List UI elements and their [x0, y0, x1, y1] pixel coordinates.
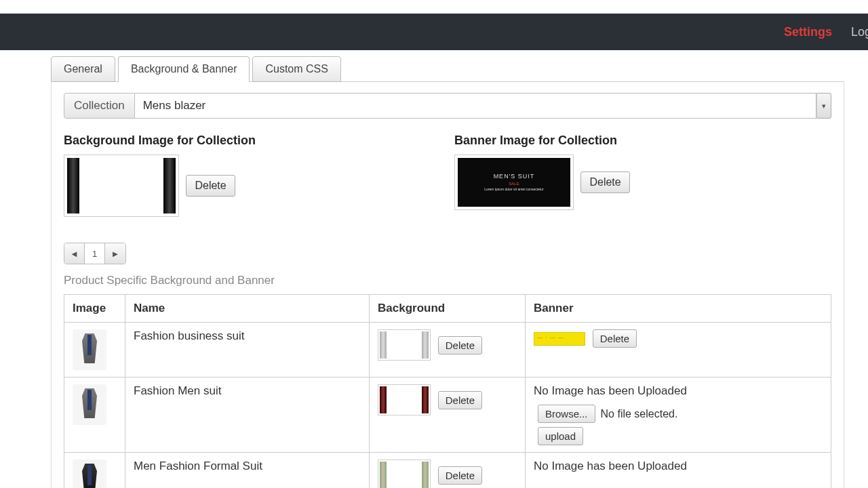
product-table: Image Name Background Banner Fashion bus…	[64, 294, 831, 488]
nav-settings-link[interactable]: Settings	[784, 25, 832, 39]
banner-preview-line3: Lorem ipsum dolor sit amet consectetur	[484, 187, 544, 192]
pager-page-number: 1	[85, 243, 105, 264]
product-image-thumb	[73, 460, 106, 488]
collection-label: Collection	[64, 93, 135, 119]
nav-logout-link[interactable]: Logout	[851, 25, 868, 39]
th-image: Image	[64, 295, 125, 323]
delete-row-bg-button[interactable]: Delete	[438, 466, 482, 485]
tab-general[interactable]: General	[51, 56, 115, 82]
chevron-down-icon[interactable]: ▾	[816, 93, 831, 119]
collection-background-thumb	[64, 155, 179, 217]
banner-preview-line2: SALE	[509, 182, 519, 186]
delete-row-bg-button[interactable]: Delete	[438, 336, 482, 354]
top-nav: Settings Logout	[0, 14, 868, 50]
table-row: Fashion Men suit Delete No Image has bee…	[64, 378, 831, 453]
pager-next-button[interactable]: ►	[105, 243, 125, 264]
collection-select[interactable]: Mens blazer	[135, 93, 816, 119]
product-name: Men Fashion Formal Suit	[125, 453, 370, 489]
th-name: Name	[125, 295, 370, 323]
browse-button[interactable]: Browse...	[538, 405, 595, 423]
row-banner-thumb	[534, 332, 585, 346]
tabs-bar: General Background & Banner Custom CSS	[51, 56, 844, 82]
no-image-text: No Image has been Uploaded	[534, 460, 823, 473]
pager-prev-button[interactable]: ◄	[64, 243, 85, 264]
tab-background-banner[interactable]: Background & Banner	[118, 56, 250, 82]
pager: ◄ 1 ►	[64, 243, 126, 264]
row-background-thumb	[378, 384, 431, 415]
product-name: Fashion business suit	[125, 323, 370, 378]
panel-background-banner: Collection Mens blazer ▾ Background Imag…	[51, 82, 844, 488]
upload-button[interactable]: upload	[538, 427, 583, 445]
th-banner: Banner	[526, 295, 831, 323]
file-status-text: No file selected.	[601, 408, 678, 420]
delete-row-banner-button[interactable]: Delete	[593, 329, 637, 348]
banner-section-title: Banner Image for Collection	[454, 134, 831, 148]
product-name: Fashion Men suit	[125, 378, 370, 453]
delete-collection-bg-button[interactable]: Delete	[186, 175, 235, 197]
th-background: Background	[370, 295, 526, 323]
row-background-thumb	[378, 460, 431, 488]
table-row: Fashion business suit Delete Delete	[64, 323, 831, 378]
banner-preview-line1: MEN'S SUIT	[494, 173, 535, 180]
delete-row-bg-button[interactable]: Delete	[438, 391, 482, 409]
row-background-thumb	[378, 329, 431, 361]
product-image-thumb	[73, 329, 106, 370]
delete-collection-banner-button[interactable]: Delete	[580, 171, 629, 193]
no-image-text: No Image has been Uploaded	[534, 384, 823, 398]
table-row: Men Fashion Formal Suit Delete No Image …	[64, 453, 831, 489]
background-section-title: Background Image for Collection	[64, 134, 441, 148]
collection-selector-row: Collection Mens blazer ▾	[64, 93, 831, 119]
collection-banner-thumb: MEN'S SUIT SALE Lorem ipsum dolor sit am…	[454, 155, 574, 210]
product-image-thumb	[73, 384, 106, 425]
product-table-caption: Product Specific Background and Banner	[64, 274, 831, 287]
tab-custom-css[interactable]: Custom CSS	[252, 56, 340, 82]
